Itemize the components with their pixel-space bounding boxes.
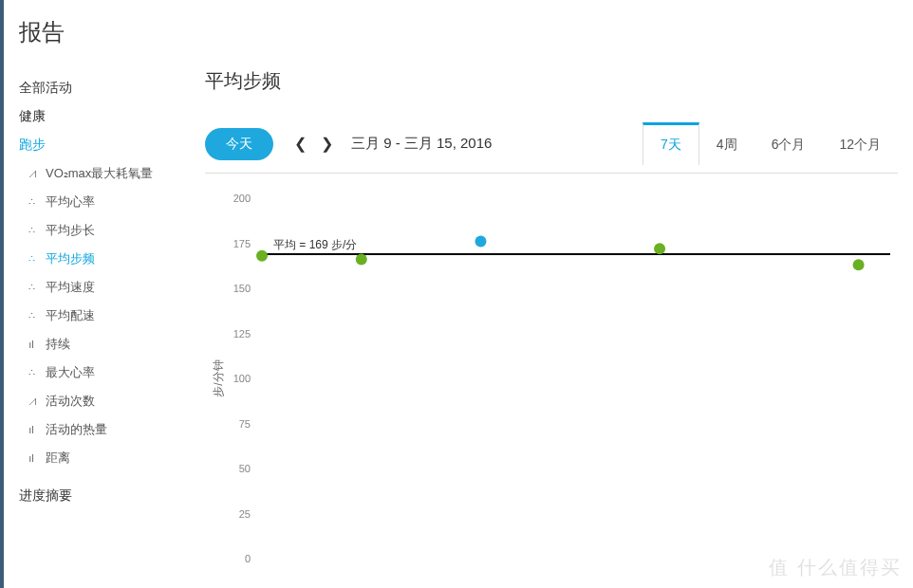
sidebar-link-0[interactable]: 全部活动 xyxy=(19,74,180,102)
dots-icon: ∴ xyxy=(23,196,40,209)
dots-icon: ∴ xyxy=(23,282,40,294)
range-tab-2[interactable]: 6个月 xyxy=(755,122,823,165)
date-range: 三月 9 - 三月 15, 2016 xyxy=(351,135,492,153)
chart-title: 平均步频 xyxy=(205,68,898,94)
svg-point-16 xyxy=(475,236,486,248)
today-button[interactable]: 今天 xyxy=(205,128,273,160)
svg-text:200: 200 xyxy=(233,193,251,204)
sidebar: 全部活动健康跑步 ⩘VO₂max最大耗氧量∴平均心率∴平均步长∴平均步频∴平均速… xyxy=(19,74,180,510)
next-arrow-icon[interactable]: ❯ xyxy=(315,133,338,156)
dots-icon: ∴ xyxy=(23,253,40,266)
svg-text:125: 125 xyxy=(233,328,251,340)
svg-text:150: 150 xyxy=(233,283,251,294)
sidebar-subitem-0[interactable]: ⩘VO₂max最大耗氧量 xyxy=(19,159,180,188)
pulse-icon: ⩘ xyxy=(23,168,40,179)
bars-icon: ıl xyxy=(23,452,40,464)
pulse-icon: ⩘ xyxy=(23,395,40,407)
sidebar-subitem-label: 平均速度 xyxy=(46,279,95,296)
svg-text:175: 175 xyxy=(233,238,251,249)
prev-arrow-icon[interactable]: ❮ xyxy=(289,133,311,156)
chart: 2001751501251007550250步/分钟平均 = 169 步/分 xyxy=(205,189,898,587)
sidebar-subitem-8[interactable]: ⩘活动次数 xyxy=(19,387,180,415)
range-tab-3[interactable]: 12个月 xyxy=(822,122,898,165)
left-accent-bar xyxy=(0,0,4,588)
svg-text:平均 = 169 步/分: 平均 = 169 步/分 xyxy=(273,238,357,251)
sidebar-subitem-2[interactable]: ∴平均步长 xyxy=(19,216,180,245)
sidebar-link-1[interactable]: 健康 xyxy=(19,102,180,131)
svg-text:75: 75 xyxy=(239,418,251,430)
svg-text:50: 50 xyxy=(239,463,251,474)
sidebar-item-progress-summary[interactable]: 进度摘要 xyxy=(19,482,180,510)
sidebar-subitem-label: 最大心率 xyxy=(46,364,95,381)
main-area: 平均步频 今天 ❮ ❯ 三月 9 - 三月 15, 2016 7天4周6个月12… xyxy=(205,68,898,587)
svg-text:25: 25 xyxy=(239,508,251,520)
svg-text:0: 0 xyxy=(245,553,251,564)
sidebar-subitem-5[interactable]: ∴平均配速 xyxy=(19,302,180,330)
page-title: 报告 xyxy=(19,17,65,47)
sidebar-subitem-label: 平均步长 xyxy=(46,222,95,239)
svg-point-14 xyxy=(654,243,665,254)
sidebar-subitem-10[interactable]: ıl距离 xyxy=(19,444,180,472)
sidebar-link-2[interactable]: 跑步 xyxy=(19,131,180,159)
sidebar-subitem-9[interactable]: ıl活动的热量 xyxy=(19,415,180,444)
sidebar-subitem-label: 平均心率 xyxy=(46,193,95,211)
svg-text:100: 100 xyxy=(233,373,251,384)
sidebar-subitem-7[interactable]: ∴最大心率 xyxy=(19,358,180,387)
sidebar-subitem-label: 距离 xyxy=(46,450,70,467)
sidebar-subitem-label: 平均配速 xyxy=(46,307,95,324)
bars-icon: ıl xyxy=(23,424,40,435)
sidebar-subitem-4[interactable]: ∴平均速度 xyxy=(19,273,180,302)
dots-icon: ∴ xyxy=(23,310,40,322)
bars-icon: ıl xyxy=(23,339,40,350)
dots-icon: ∴ xyxy=(23,367,40,379)
svg-point-12 xyxy=(256,250,268,262)
range-tab-0[interactable]: 7天 xyxy=(643,122,699,165)
controls-bar: 今天 ❮ ❯ 三月 9 - 三月 15, 2016 7天4周6个月12个月 xyxy=(205,122,898,174)
sidebar-subitem-label: 平均步频 xyxy=(46,250,95,267)
dots-icon: ∴ xyxy=(23,225,40,237)
svg-text:步/分钟: 步/分钟 xyxy=(212,359,225,396)
range-tab-1[interactable]: 4周 xyxy=(699,122,755,165)
sidebar-subitem-1[interactable]: ∴平均心率 xyxy=(19,188,180,216)
sidebar-subitem-label: 活动次数 xyxy=(46,393,95,410)
sidebar-subitem-label: 活动的热量 xyxy=(46,421,107,438)
svg-point-13 xyxy=(356,254,367,266)
sidebar-subitem-label: 持续 xyxy=(46,336,70,353)
sidebar-subitem-6[interactable]: ıl持续 xyxy=(19,330,180,358)
range-tabs: 7天4周6个月12个月 xyxy=(643,122,898,165)
svg-point-15 xyxy=(853,259,865,270)
sidebar-subitem-label: VO₂max最大耗氧量 xyxy=(46,165,153,182)
sidebar-subitem-3[interactable]: ∴平均步频 xyxy=(19,245,180,273)
